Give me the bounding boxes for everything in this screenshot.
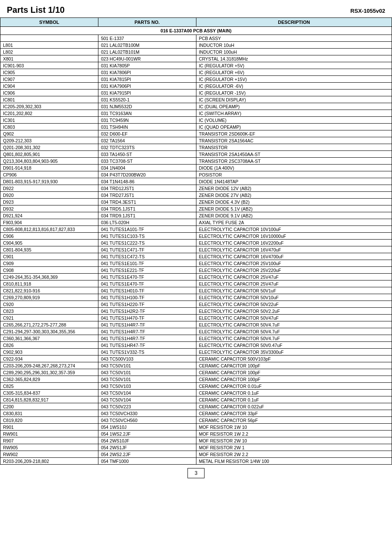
cell-symbol: Q213,304,803,804,903-905 [0, 158, 98, 165]
cell-symbol: C200 [0, 403, 98, 410]
cell-parts-no: 031 TSH94IN [98, 124, 196, 130]
table-row: C200043 TC50V223CERAMIC CAPACITOR 0.022u… [0, 403, 392, 410]
col-header-description: DESCRIPTION [196, 18, 392, 27]
cell-parts-no: 031 KIA7806PI [98, 69, 196, 76]
cell-parts-no: 054 1WS2.2JF [98, 431, 196, 437]
table-row: C921041 TUTES1H470-TFELECTROLYTIC CAPACI… [0, 315, 392, 321]
cell-parts-no: 031 KS5520-1 [98, 96, 196, 103]
table-row: C269,270,809,919041 TUTES1H100-TFELECTRO… [0, 294, 392, 301]
cell-parts-no: 041 TUTES1H4R7-TF [98, 328, 196, 335]
table-row: Q201-208,301,302032 TDTC323TSTRANSISTOR [0, 144, 392, 151]
cell-symbol: C821,822,910-916 [0, 287, 98, 294]
cell-description: INDUCTOR 10uH [196, 42, 392, 49]
cell-description: MOF RESISTOR 2W 2.2 [196, 451, 392, 458]
cell-description: ELECTROLYTIC CAPACITOR 25V220uF [196, 267, 392, 274]
cell-symbol: D923 [0, 199, 98, 205]
cell-symbol: R901 [0, 424, 98, 431]
table-row: X801023 HC49U-001WRCRYSTAL 14.31818MHz [0, 55, 392, 62]
cell-parts-no: 033 TC3708-ST [98, 158, 196, 165]
cell-symbol: D901-914,918 [0, 165, 98, 171]
table-row: C920041 TUTES1H220-TFELECTROLYTIC CAPACI… [0, 301, 392, 308]
cell-symbol: IC205-209,302,303 [0, 103, 98, 110]
cell-description: TRANSISTOR 2SC3708AA-ST [196, 158, 392, 165]
cell-description: TRANSISTOR 2SA1564AC [196, 137, 392, 144]
cell-symbol: C830,831 [0, 410, 98, 417]
table-row: C265,266,271,272,275-277,288041 TUTES1H4… [0, 321, 392, 328]
cell-symbol: C906 [0, 233, 98, 240]
cell-description: CERAMIC CAPACITOR 0.01uF [196, 383, 392, 390]
page-title: Parts List 1/10 [7, 5, 65, 15]
table-row: C906041 TUTES1C103-TSELECTROLYTIC CAPACI… [0, 233, 392, 240]
table-row: D922034 TRD12JST1ZENER DIODE 12V (AB2) [0, 185, 392, 192]
cell-symbol: Q201-208,301,302 [0, 144, 98, 151]
cell-symbol: C360,361,366,367 [0, 335, 98, 342]
cell-description: CERAMIC CAPACITOR 0.022uF [196, 403, 392, 410]
cell-parts-no: 033 TA1450-ST [98, 151, 196, 158]
cell-parts-no: 041 TUTES1H4R7-TF [98, 335, 196, 342]
table-row: IC901-903031 KIA7805PIC (REGULATOR +5V) [0, 62, 392, 69]
page-number: 3 [187, 468, 205, 478]
cell-parts-no: 031 TC9163AN [98, 110, 196, 117]
cell-parts-no: 031 KIA7906PI [98, 83, 196, 90]
col-header-parts: PARTS NO. [98, 18, 196, 27]
cell-symbol: IC905 [0, 69, 98, 76]
table-row: C289,290,295,296,301,302,357-359043 TC50… [0, 369, 392, 376]
cell-description: CERAMIC CAPACITOR 500V103pF [196, 356, 392, 362]
cell-symbol: C825 [0, 383, 98, 390]
cell-parts-no: 043 TC50V101 [98, 376, 196, 383]
table-row: Q902032 D600-EFTRANSISTOR 2SD600K-EF [0, 130, 392, 137]
table-row: RW902054 2WS2.2JFMOF RESISTOR 2W 2.2 [0, 451, 392, 458]
cell-description: ELECTROLYTIC CAPACITOR 25V100uF [196, 260, 392, 267]
cell-parts-no: 054 2WS10JF [98, 437, 196, 444]
cell-description: POSISTOR [196, 171, 392, 178]
cell-symbol: RW902 [0, 451, 98, 458]
cell-symbol: IC803 [0, 124, 98, 130]
cell-description: ELECTROLYTIC CAPACITOR 35V3300uF [196, 349, 392, 356]
cell-symbol: C901 [0, 253, 98, 260]
cell-symbol: IC907 [0, 76, 98, 83]
cell-symbol: F903,904 [0, 219, 98, 226]
cell-parts-no: 043 TC50V104 [98, 396, 196, 403]
cell-symbol: C289,290,295,296,301,302,357-359 [0, 369, 98, 376]
cell-description: ELECTROLYTIC CAPACITOR 25V47uF [196, 280, 392, 287]
cell-parts-no: 043 TC50V101 [98, 369, 196, 376]
cell-description: ELECTROLYTIC CAPACITOR 50V2.2uF [196, 308, 392, 315]
cell-parts-no: 041 TUTES1C472-TS [98, 253, 196, 260]
cell-description: IC (REGULATOR -6V) [196, 83, 392, 90]
cell-symbol: Q902 [0, 130, 98, 137]
cell-description: ZENER DIODE 4.3V (B2) [196, 199, 392, 205]
table-row: D923034 TRD4.3EST1ZENER DIODE 4.3V (B2) [0, 199, 392, 205]
table-row: C360,361,366,367041 TUTES1H4R7-TFELECTRO… [0, 335, 392, 342]
cell-description: ELECTROLYTIC CAPACITOR 50V4.7uF [196, 335, 392, 342]
cell-description: IC (REGULATOR +15V) [196, 76, 392, 83]
cell-description: CERAMIC CAPACITOR 100pF [196, 362, 392, 369]
cell-parts-no: 054 1WS10J [98, 424, 196, 431]
parts-table: SYMBOL PARTS NO. DESCRIPTION 016 E-1337A… [0, 17, 392, 465]
cell-symbol: C908 [0, 267, 98, 274]
cell-parts-no: 041 TUTES1E101-TF [98, 260, 196, 267]
cell-symbol: IC906 [0, 90, 98, 96]
table-row: CP906034 P43T7D200BW20POSISTOR [0, 171, 392, 178]
cell-symbol: C203-206,209-248,267,268,273,274 [0, 362, 98, 369]
table-row: IC905031 KIA7806PIIC (REGULATOR +6V) [0, 69, 392, 76]
table-row: D921,924034 TRD9.1JST1ZENER DIODE 9.1V (… [0, 212, 392, 219]
cell-parts-no: 034 TRD12JST1 [98, 185, 196, 192]
table-row: C203-206,209-248,267,268,273,274043 TC50… [0, 362, 392, 369]
cell-description: MOF RESISTOR 1W 10 [196, 424, 392, 431]
cell-symbol: L801 [0, 42, 98, 49]
cell-parts-no: 021 LAL02TB100M [98, 42, 196, 49]
cell-description: ELECTROLYTIC CAPACITOR 16V4700uF [196, 253, 392, 260]
cell-description: ELECTROLYTIC CAPACITOR 50V4.7uF [196, 321, 392, 328]
cell-description: INDUCTOR 100uH [196, 49, 392, 55]
table-row: C821,822,910-916041 TUTES1H010-TFELECTRO… [0, 287, 392, 294]
table-row: IC205-209,302,303031 NJM5532DIC (DUAL OP… [0, 103, 392, 110]
cell-parts-no: 043 TC500V103 [98, 356, 196, 362]
cell-symbol [0, 35, 98, 42]
cell-symbol: C305-315,834-837 [0, 390, 98, 396]
table-row: C805-808,812,813,816,817,827,833041 TUTE… [0, 226, 392, 233]
cell-description: ELECTROLYTIC CAPACITOR 16V10000uF [196, 233, 392, 240]
table-row: L801021 LAL02TB100MINDUCTOR 10uH [0, 42, 392, 49]
cell-parts-no: 034 TRD27JST1 [98, 192, 196, 199]
cell-parts-no: 041 TUTES1V332-TS [98, 349, 196, 356]
cell-symbol: C291-294,297-300,303,304,355,356 [0, 328, 98, 335]
